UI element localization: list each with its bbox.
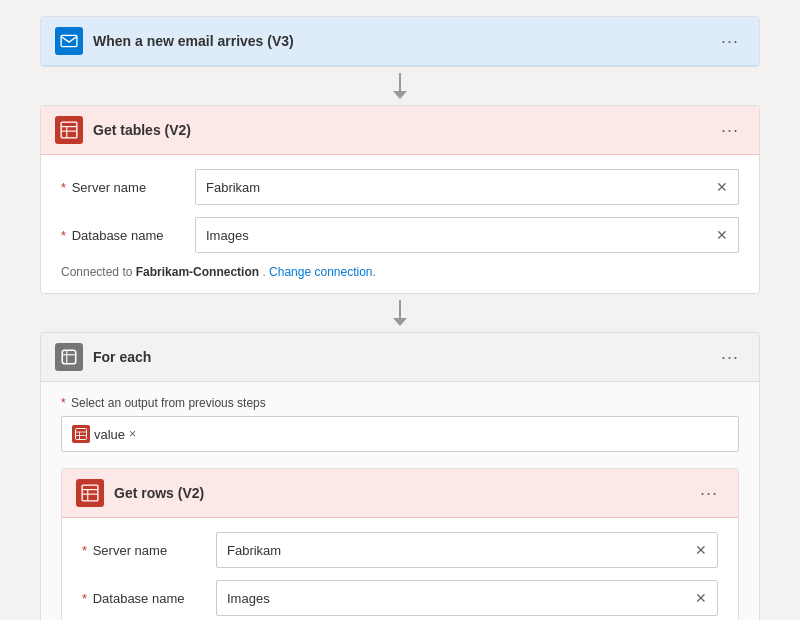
foreach-token-input[interactable]: value × bbox=[61, 416, 739, 452]
foreach-token-icon bbox=[72, 425, 90, 443]
arrow-1 bbox=[393, 67, 407, 105]
get-tables-connection: Connected to Fabrikam-Connection . Chang… bbox=[61, 265, 739, 279]
foreach-token-remove[interactable]: × bbox=[129, 427, 136, 441]
get-tables-server-required: * bbox=[61, 180, 66, 195]
email-icon bbox=[60, 32, 78, 50]
svg-rect-8 bbox=[76, 429, 87, 440]
arrow-line-1 bbox=[399, 73, 401, 91]
get-tables-server-input[interactable]: Fabrikam ✕ bbox=[195, 169, 739, 205]
foreach-loop-icon bbox=[60, 348, 78, 366]
get-rows-db-value: Images bbox=[227, 591, 270, 606]
get-tables-icon bbox=[55, 116, 83, 144]
get-tables-db-label: * Database name bbox=[61, 228, 181, 243]
get-tables-server-row: * Server name Fabrikam ✕ bbox=[61, 169, 739, 205]
get-tables-title: Get tables (V2) bbox=[93, 122, 705, 138]
sql-table-icon bbox=[60, 121, 78, 139]
get-tables-db-clear[interactable]: ✕ bbox=[716, 227, 728, 243]
svg-rect-1 bbox=[61, 122, 77, 138]
svg-rect-5 bbox=[62, 350, 76, 364]
get-rows-sql-icon bbox=[81, 484, 99, 502]
get-rows-server-clear[interactable]: ✕ bbox=[695, 542, 707, 558]
get-tables-server-value: Fabrikam bbox=[206, 180, 260, 195]
get-tables-db-value: Images bbox=[206, 228, 249, 243]
trigger-header[interactable]: When a new email arrives (V3) ··· bbox=[41, 17, 759, 66]
arrow-2 bbox=[393, 294, 407, 332]
get-rows-server-value: Fabrikam bbox=[227, 543, 281, 558]
get-rows-card: Get rows (V2) ··· * Server name Fabrikam… bbox=[61, 468, 739, 620]
get-rows-db-input[interactable]: Images ✕ bbox=[216, 580, 718, 616]
arrow-head-2 bbox=[393, 318, 407, 326]
get-rows-title: Get rows (V2) bbox=[114, 485, 684, 501]
foreach-value-token: value × bbox=[72, 425, 136, 443]
get-tables-db-row: * Database name Images ✕ bbox=[61, 217, 739, 253]
get-tables-db-input[interactable]: Images ✕ bbox=[195, 217, 739, 253]
get-rows-db-clear[interactable]: ✕ bbox=[695, 590, 707, 606]
get-tables-body: * Server name Fabrikam ✕ * Database name… bbox=[41, 155, 759, 293]
foreach-token-label: value bbox=[94, 427, 125, 442]
trigger-icon bbox=[55, 27, 83, 55]
arrow-head-1 bbox=[393, 91, 407, 99]
foreach-header[interactable]: For each ··· bbox=[41, 333, 759, 382]
foreach-token-sql-icon bbox=[75, 428, 87, 440]
get-rows-server-input[interactable]: Fabrikam ✕ bbox=[216, 532, 718, 568]
foreach-title: For each bbox=[93, 349, 705, 365]
get-rows-db-row: * Database name Images ✕ bbox=[82, 580, 718, 616]
get-rows-server-row: * Server name Fabrikam ✕ bbox=[82, 532, 718, 568]
get-rows-db-label: * Database name bbox=[82, 591, 202, 606]
foreach-select-label: * Select an output from previous steps bbox=[61, 396, 739, 410]
get-rows-menu[interactable]: ··· bbox=[694, 481, 724, 506]
get-tables-header[interactable]: Get tables (V2) ··· bbox=[41, 106, 759, 155]
get-rows-header[interactable]: Get rows (V2) ··· bbox=[62, 469, 738, 518]
get-tables-card: Get tables (V2) ··· * Server name Fabrik… bbox=[40, 105, 760, 294]
svg-rect-12 bbox=[82, 485, 98, 501]
svg-rect-0 bbox=[61, 35, 77, 46]
foreach-menu[interactable]: ··· bbox=[715, 345, 745, 370]
foreach-icon bbox=[55, 343, 83, 371]
get-rows-body: * Server name Fabrikam ✕ * Database name bbox=[62, 518, 738, 620]
get-rows-server-label: * Server name bbox=[82, 543, 202, 558]
get-tables-server-clear[interactable]: ✕ bbox=[716, 179, 728, 195]
foreach-card: For each ··· * Select an output from pre… bbox=[40, 332, 760, 620]
get-tables-menu[interactable]: ··· bbox=[715, 118, 745, 143]
flow-container: When a new email arrives (V3) ··· Get ta… bbox=[40, 16, 760, 620]
arrow-line-2 bbox=[399, 300, 401, 318]
trigger-menu[interactable]: ··· bbox=[715, 29, 745, 54]
get-tables-server-label: * Server name bbox=[61, 180, 181, 195]
trigger-card: When a new email arrives (V3) ··· bbox=[40, 16, 760, 67]
get-tables-db-required: * bbox=[61, 228, 66, 243]
foreach-body: * Select an output from previous steps v… bbox=[41, 382, 759, 620]
foreach-required: * bbox=[61, 396, 69, 410]
get-tables-change-connection[interactable]: Change connection. bbox=[269, 265, 376, 279]
trigger-title: When a new email arrives (V3) bbox=[93, 33, 705, 49]
get-rows-icon bbox=[76, 479, 104, 507]
